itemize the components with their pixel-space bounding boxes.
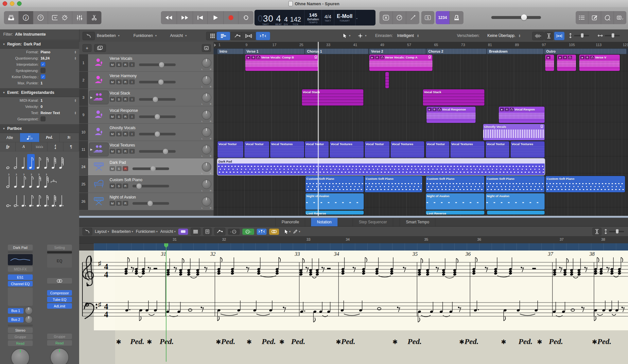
- horizontal-zoom-slider[interactable]: [598, 32, 620, 40]
- event-header[interactable]: ▼Event:Einfügestandards: [0, 88, 79, 97]
- note-duration-cell[interactable]: [12, 192, 20, 208]
- play-badge[interactable]: ▶: [427, 108, 432, 111]
- smart-controls-icon[interactable]: [58, 11, 72, 24]
- horizontal-auto-zoom-button[interactable]: [554, 32, 565, 40]
- play-badge[interactable]: ▶: [580, 56, 584, 59]
- waveform-zoom-button[interactable]: [532, 32, 544, 40]
- track-i-button[interactable]: I: [129, 97, 135, 102]
- pointer-tool[interactable]: ▾: [343, 32, 351, 40]
- eq-thumbnail[interactable]: [8, 254, 33, 265]
- track-row-night-of-avalon[interactable]: 26Night of AvalonMSRLR: [79, 193, 214, 210]
- track-s-button[interactable]: S: [116, 97, 122, 102]
- note-duration-cell[interactable]: [57, 154, 65, 170]
- track-header-options-button[interactable]: [202, 44, 211, 52]
- event-row[interactable]: Velocity:0: [0, 103, 79, 110]
- track-volume-slider[interactable]: [132, 185, 169, 187]
- metronome-button[interactable]: [450, 11, 463, 24]
- track-pan-knob[interactable]: LR: [199, 176, 214, 193]
- score-menu-funktionen[interactable]: Funktionen▾: [136, 229, 158, 234]
- track-i-button[interactable]: I: [129, 62, 135, 67]
- note-duration-cell[interactable]: 3: [5, 173, 12, 189]
- send-knob[interactable]: [25, 316, 33, 323]
- take-letter-badge[interactable]: A: [375, 56, 379, 59]
- count-in-button[interactable]: 1234: [436, 11, 450, 24]
- crosshair-tool[interactable]: ▾: [358, 32, 367, 40]
- region-vocal-textur[interactable]: Vocal Textur: [486, 141, 509, 158]
- event-row[interactable]: Gesangstext:: [0, 116, 79, 122]
- tab-pianorolle[interactable]: Pianorolle: [275, 218, 305, 226]
- midi-out-button[interactable]: ›: [242, 229, 254, 235]
- tuner-icon[interactable]: [406, 11, 419, 24]
- marker-outro[interactable]: Outro: [544, 49, 626, 54]
- send-slot[interactable]: Bus 2: [8, 317, 24, 322]
- linear-view-button[interactable]: [191, 228, 201, 235]
- eq-thumbnail[interactable]: EQ: [47, 254, 72, 268]
- region-custom-soft-piano[interactable]: Custom Soft Piano: [365, 176, 422, 192]
- note-duration-cell[interactable]: [35, 192, 42, 208]
- track-volume-slider[interactable]: [139, 81, 176, 83]
- field-value[interactable]: 0: [41, 105, 79, 109]
- takes-badge[interactable]: [380, 56, 384, 59]
- flex-icon[interactable]: [241, 32, 256, 40]
- track-name[interactable]: Verse Harmony: [110, 74, 199, 78]
- stepper-control[interactable]: ▲▼: [74, 99, 77, 102]
- disclosure-triangle[interactable]: ▶: [90, 96, 93, 99]
- vertical-zoom-slider[interactable]: [569, 32, 589, 40]
- partbox-tab[interactable]: A: [16, 142, 31, 151]
- region-vocal-textur[interactable]: Vocal Textur: [365, 141, 390, 158]
- note-duration-cell[interactable]: [20, 154, 27, 170]
- region-row[interactable]: Format:Piano▲▼: [0, 49, 79, 55]
- score-zoom-slider[interactable]: [604, 229, 624, 234]
- take-letter-badge[interactable]: B: [585, 56, 589, 59]
- score-vertical-zoom-button[interactable]: [592, 228, 602, 235]
- note-duration-cell[interactable]: 3: [20, 173, 27, 189]
- vertical-auto-zoom-button[interactable]: [544, 32, 553, 40]
- track-s-button[interactable]: S: [116, 201, 122, 206]
- track-pan-knob[interactable]: LR: [199, 193, 214, 210]
- region-vocal-textures[interactable]: Vocal Textures: [391, 141, 424, 158]
- track-name[interactable]: Vocal Response: [110, 108, 199, 113]
- track-pan-knob[interactable]: LR: [199, 141, 214, 158]
- library-icon[interactable]: [4, 11, 19, 24]
- partbox-tab[interactable]: Alle: [0, 133, 20, 142]
- inspector-toggle-icon[interactable]: i: [19, 11, 33, 24]
- marker-verse-2[interactable]: Verse 2: [369, 49, 426, 54]
- region-vocal-textures[interactable]: Vocal Textures: [330, 141, 364, 158]
- region-row[interactable]: Max. Punkte:1: [0, 80, 79, 86]
- track-pan-knob[interactable]: LR: [199, 72, 214, 89]
- note-duration-cell[interactable]: n: [50, 173, 57, 189]
- track-s-button[interactable]: S: [116, 114, 122, 119]
- marker-verse-1[interactable]: Verse 1: [244, 49, 304, 54]
- track-pan-knob[interactable]: LR: [199, 106, 214, 123]
- region-custom-soft-piano[interactable]: Custom Soft Piano: [426, 176, 484, 192]
- partbox-header[interactable]: ▼Partbox: [0, 124, 79, 133]
- region-custom-soft-piano[interactable]: Custom Soft Piano: [546, 176, 625, 192]
- track-volume-slider[interactable]: [139, 115, 176, 118]
- partbox-tab[interactable]: 3: [20, 133, 40, 142]
- track-row-ghostly-vocals[interactable]: 10Ghostly VocalsMSRILR: [79, 124, 214, 141]
- track-name[interactable]: Verse Vocals: [110, 56, 199, 61]
- region-comp[interactable]: ▶A: [557, 55, 576, 71]
- region-vocal-textures[interactable]: Vocal Textures: [270, 141, 304, 158]
- play-badge[interactable]: ▶: [558, 56, 562, 59]
- track-r-button[interactable]: R: [123, 97, 128, 102]
- region-vocal-response[interactable]: ▶BVocal Response: [427, 107, 476, 123]
- region-vocal-textur[interactable]: Vocal Textur: [426, 141, 449, 158]
- note-duration-cell[interactable]: [27, 192, 35, 208]
- track-pan-knob[interactable]: LR: [199, 124, 214, 141]
- region-vocal-stack[interactable]: Vocal Stack: [423, 89, 484, 106]
- note-duration-cell[interactable]: 3: [12, 173, 20, 189]
- track-r-button[interactable]: R: [123, 79, 128, 84]
- marker-intro[interactable]: Intro: [218, 49, 244, 54]
- track-pan-knob[interactable]: LR: [199, 54, 214, 71]
- region-stack[interactable]: [385, 72, 389, 88]
- score-ruler[interactable]: 3132333435363738: [79, 236, 628, 244]
- note-duration-cell[interactable]: [42, 154, 50, 170]
- track-r-button[interactable]: R: [123, 183, 128, 188]
- lcd-display[interactable]: 030TAKT4BEAT4DIV142TICK145BehaltenTEMPO4…: [254, 10, 375, 26]
- region-row[interactable]: Synkopierung:: [0, 67, 79, 74]
- automation-mode-button[interactable]: Read: [47, 340, 72, 346]
- region-color-button[interactable]: [178, 229, 188, 235]
- track-row-verse-harmony[interactable]: 2Verse HarmonyMSRILR: [79, 72, 214, 89]
- arrange-menu-bearbeiten[interactable]: Bearbeiten▾: [97, 32, 120, 40]
